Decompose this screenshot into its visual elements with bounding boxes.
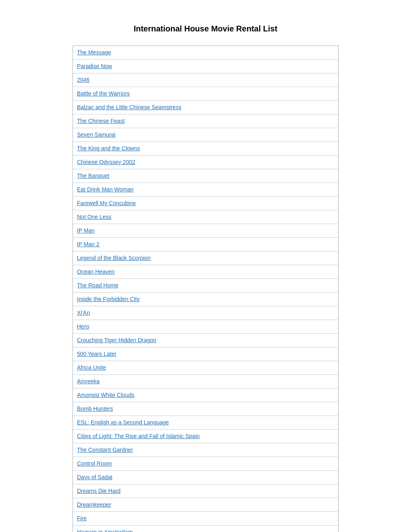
- movie-item[interactable]: The Constant Gardner: [73, 443, 338, 457]
- page-title: International House Movie Rental List: [73, 24, 338, 33]
- movie-item[interactable]: Paradise Now: [73, 60, 338, 73]
- movie-item[interactable]: 2046: [73, 73, 338, 87]
- movie-item[interactable]: Hamam in Amsterdam: [73, 526, 338, 532]
- movie-item[interactable]: 500 Years Later: [73, 347, 338, 361]
- movie-item[interactable]: Seven Samurai: [73, 128, 338, 142]
- movie-item[interactable]: Days of Sadat: [73, 471, 338, 484]
- movie-item[interactable]: Africa Unite: [73, 361, 338, 375]
- movie-item[interactable]: Hero: [73, 320, 338, 334]
- movie-item[interactable]: The Banquet: [73, 169, 338, 183]
- movie-item[interactable]: Battle of the Warriors: [73, 87, 338, 101]
- movie-item[interactable]: The King and the Clowns: [73, 142, 338, 156]
- movie-item[interactable]: The Chinese Feast: [73, 114, 338, 128]
- movie-list: The MessageParadise Now2046Battle of the…: [73, 46, 338, 532]
- movie-item[interactable]: Balzac and the Little Chinese Seamstress: [73, 101, 338, 114]
- movie-item[interactable]: Dreamkeeper: [73, 498, 338, 512]
- movie-item[interactable]: IP Man: [73, 224, 338, 238]
- movie-item[interactable]: Cities of Light: The Rise and Fall of Is…: [73, 430, 338, 443]
- movie-item[interactable]: Crouching Tiger Hidden Dragon: [73, 334, 338, 347]
- movie-item[interactable]: Eat Drink Man Woman: [73, 183, 338, 197]
- movie-item[interactable]: Inside the Forbidden City: [73, 293, 338, 306]
- movie-item[interactable]: The Message: [73, 46, 338, 60]
- movie-item[interactable]: Dreams Die Hard: [73, 484, 338, 498]
- movie-item[interactable]: Chinese Odyssey 2002: [73, 156, 338, 169]
- movie-item[interactable]: Legend of the Black Scorpion: [73, 251, 338, 265]
- movie-item[interactable]: Fire: [73, 512, 338, 526]
- movie-item[interactable]: Not One Less: [73, 210, 338, 224]
- movie-item[interactable]: The Road Home: [73, 279, 338, 293]
- movie-item[interactable]: Bomb Hunters: [73, 402, 338, 416]
- movie-item[interactable]: ESL: English as a Second Language: [73, 416, 338, 430]
- movie-item[interactable]: Amreeka: [73, 375, 338, 389]
- movie-item[interactable]: Xi'An: [73, 306, 338, 320]
- movie-item[interactable]: IP Man 2: [73, 238, 338, 251]
- movie-item[interactable]: Ocean Heaven: [73, 265, 338, 279]
- movie-item[interactable]: Farewell My Concubine: [73, 197, 338, 210]
- movie-item[interactable]: Amongst White Clouds: [73, 389, 338, 402]
- movie-item[interactable]: Control Room: [73, 457, 338, 471]
